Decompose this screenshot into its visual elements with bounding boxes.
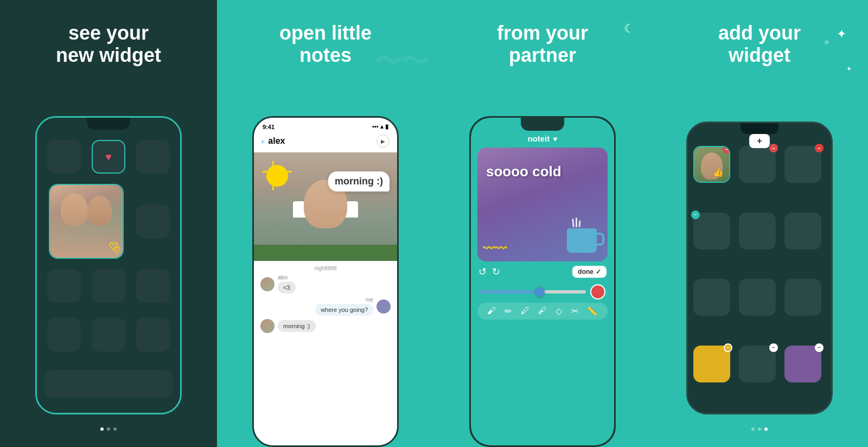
msg-row-alex: alex <3 [260,274,391,293]
app-icon [136,269,170,303]
notch-3 [521,118,564,131]
app-icon-yellow: − [693,346,730,382]
phone-4-screen: + 👍 − − − [688,123,831,413]
slider-thumb[interactable] [535,287,545,297]
app-icon-4-7 [739,279,776,316]
app-icon-4-9: − [739,346,776,382]
calligraphy-icon[interactable]: 🖊 [521,306,529,316]
ruler-icon[interactable]: 📏 [587,306,598,316]
panel-1: see your new widget ♥ ♡ [0,0,217,447]
morning-bubble: morning :) [328,171,390,191]
dot-2 [107,427,110,431]
panel-2-heading: open little notes [279,22,372,67]
msg-row-me: me where you going? [260,297,391,316]
heart-sticker: ♡ [108,240,118,253]
minus-badge-yellow[interactable]: − [724,343,732,352]
notch-4 [741,123,778,134]
app-icon-4-6 [693,279,730,316]
app-icon-4-8 [784,279,821,316]
minus-badge-2[interactable]: − [769,144,778,152]
app-icon-4-5 [784,213,821,250]
app-icon-4-4 [739,213,776,250]
phone-frame-1: ♥ ♡ [35,116,182,414]
thumbs-up: 👍 [713,167,724,177]
phone-3-screen: noteit ♥ soooo cold [471,118,614,445]
panel-2: 〜〜 open little notes 9:41 ▪▪▪ ▴ ▮ ‹ alex… [217,0,434,447]
app-icon [47,318,81,352]
app-icon-4-3: − [693,213,730,250]
drawing-tools: 🖌 ✏ 🖊 🖋 ◇ ✂ 📏 [477,303,608,320]
app-icon [92,269,125,303]
done-label: done [578,268,593,276]
eraser-icon[interactable]: ◇ [556,306,562,316]
widget-photo: ♡ [49,184,124,259]
msg-bubble-morning: morning :) [278,320,316,332]
minus-badge-red[interactable]: − [723,146,730,154]
dot-3 [113,427,117,431]
msg-row-morning: morning :) [260,319,391,333]
scissors-icon[interactable]: ✂ [571,306,578,316]
phone-frame-2: 9:41 ▪▪▪ ▴ ▮ ‹ alex ▶ [252,116,399,447]
msg-sender-me: me [315,297,373,303]
photo-widget: 👍 − [693,146,730,183]
dock [44,370,173,397]
app-icon [136,205,170,238]
app-icon-4-2: − [784,146,821,183]
play-button[interactable]: ▶ [376,135,390,148]
msg-avatar [260,277,275,291]
minus-badge-teal[interactable]: − [691,210,700,219]
msg-sender-name: alex [278,274,296,280]
moon-icon: ☾ [624,22,635,36]
notch-1 [87,118,130,130]
color-picker[interactable] [590,284,605,299]
app-icon [136,140,170,174]
msg-label: nightttttttt [260,265,391,271]
dot-4-1 [751,427,755,431]
cold-text: soooo cold [486,164,561,180]
back-button[interactable]: ‹ [261,137,264,145]
brush-icon[interactable]: 🖌 [487,306,496,316]
minus-badge-white-2[interactable]: − [815,343,824,352]
msg-avatar-2 [260,319,275,333]
page-dots-4 [751,427,768,431]
app-icon-4-1: − [739,146,776,183]
app-icon [92,318,125,352]
minus-badge-white[interactable]: − [769,343,778,352]
phone-2-screen: 9:41 ▪▪▪ ▴ ▮ ‹ alex ▶ [254,118,397,445]
panel-4: ✦ ✧ ✦ add your widget + 👍 − − [651,0,868,447]
signal-icons: ▪▪▪ ▴ ▮ [372,123,388,130]
highlighter-icon[interactable]: 🖋 [538,306,547,316]
time: 9:41 [263,124,275,130]
check-icon: ✓ [596,268,601,276]
msg-bubble: <3 [278,282,296,293]
redo-icon[interactable]: ↻ [492,266,500,278]
msg-avatar-me [376,299,391,314]
sparkle-icon-1: ✦ [837,27,846,41]
add-widget-button[interactable]: + [749,134,770,148]
app-icon [47,269,81,303]
minus-badge-3[interactable]: − [815,144,824,152]
slider-area [471,282,614,303]
panel-4-heading: add your widget [718,22,801,67]
app-icon-heart: ♥ [92,140,125,174]
heart-icon: ♥ [105,151,112,163]
widget-image: soooo cold 〰〰 [477,148,608,261]
edit-toolbar: ↺ ↻ done ✓ [471,261,614,282]
panel-3-heading: from your partner [497,22,588,67]
app-icon [136,318,170,352]
phone-frame-3: noteit ♥ soooo cold [469,116,616,447]
msg-bubble-sent: where you going? [315,304,373,316]
pen-icon[interactable]: ✏ [505,306,512,316]
undo-icon[interactable]: ↺ [478,266,487,278]
panel-1-heading: see your new widget [56,22,161,67]
dot-1 [100,427,104,431]
app-icon [47,140,81,174]
chat-header: ‹ alex ▶ [254,132,397,152]
done-button[interactable]: done ✓ [572,266,607,278]
sparkle-icon-3: ✦ [846,65,852,73]
mug-drawing [567,228,597,253]
page-dots [100,427,117,431]
dot-4-2 [758,427,761,431]
status-bar: 9:41 ▪▪▪ ▴ ▮ [254,118,397,132]
sparkle-icon-2: ✧ [824,38,830,47]
